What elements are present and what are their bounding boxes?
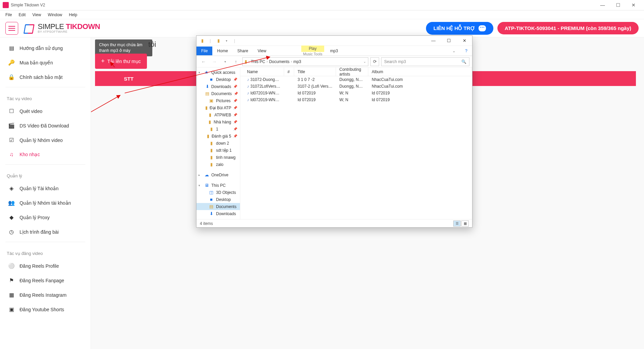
sidebar-item[interactable]: 🔑Mua bản quyền (0, 55, 91, 70)
sidebar-item[interactable]: ◆Quản lý Proxy (0, 210, 91, 225)
tree-item[interactable]: ▮sdt tệp 1 (196, 147, 240, 154)
view-details-button[interactable]: ☰ (453, 221, 461, 227)
breadcrumb-dropdown-icon[interactable]: ⌄ (363, 60, 366, 63)
nav-forward-button[interactable]: → (210, 57, 219, 66)
close-button[interactable]: ✕ (626, 0, 641, 10)
nav-recent-dropdown[interactable]: ▾ (221, 57, 229, 66)
sidebar-item[interactable]: ◈Quản lý Tài khoản (0, 181, 91, 196)
dialog-titlebar: ▮ | ▮ ▾ | — ☐ ✕ (196, 36, 472, 46)
tree-item[interactable]: ▸☁OneDrive (196, 171, 240, 178)
menu-view[interactable]: View (30, 12, 44, 18)
minimize-button[interactable]: — (595, 0, 610, 10)
tree-item[interactable]: ▮1📌 (196, 125, 240, 133)
tree-item[interactable]: ▮Đánh giá 5📌 (196, 133, 240, 140)
ribbon-tab-home[interactable]: Home (212, 47, 233, 55)
nav-up-button[interactable]: ↑ (232, 57, 240, 66)
tree-item[interactable]: ▤Documents (196, 203, 240, 210)
ribbon-tab-file[interactable]: File (196, 47, 212, 55)
support-button[interactable]: LIÊN HỆ HỖ TRỢ (426, 22, 493, 35)
tree-item[interactable]: ■Desktop📌 (196, 76, 240, 83)
sidebar-item[interactable]: 👥Quản lý Nhóm tài khoản (0, 196, 91, 210)
audio-file-icon: ♪ (247, 77, 249, 82)
breadcrumb-thispc[interactable]: This PC (251, 59, 265, 64)
menu-edit[interactable]: Edit (16, 12, 28, 18)
sidebar-item[interactable]: 🎬DS Video Đã Download (0, 118, 91, 133)
col-title[interactable]: Title (294, 67, 336, 76)
file-row[interactable]: ♪31072LofiVersion-D...3107-2 (Lofi Versi… (240, 83, 472, 90)
tree-item[interactable]: ▤Documents📌 (196, 90, 240, 97)
tree-item[interactable]: ⬇Downloads📌 (196, 83, 240, 90)
tree-folder-icon: ■ (209, 197, 214, 202)
sidebar-item[interactable]: ◷Lịch trình đăng bài (0, 225, 91, 239)
logo-text: SIMPLE TIKDOWN BY ATPSOFTWARE (38, 23, 100, 33)
hamburger-menu-button[interactable] (5, 22, 18, 35)
sidebar-item[interactable]: 🔒Chính sách bảo mật (0, 70, 91, 84)
sidebar-item[interactable]: ♫Kho nhạc (0, 147, 91, 162)
col-artist[interactable]: Contributing artists (336, 67, 368, 76)
sidebar-item[interactable]: ⚪Đăng Reels Profile (0, 259, 91, 273)
tree-item-label: sdt tệp 1 (216, 148, 232, 153)
nav-back-button[interactable]: ← (199, 57, 208, 66)
folder-tree[interactable]: ▾★Quick access■Desktop📌⬇Downloads📌▤Docum… (196, 67, 240, 219)
license-badge[interactable]: ATP-TIKTOK-5093041 - PREMIUM (còn 359/36… (497, 22, 639, 34)
tree-item[interactable]: ▮Nhà hàng📌 (196, 118, 240, 125)
quick-access-toolbar: ▮ | ▮ ▾ | (196, 37, 240, 45)
menu-help[interactable]: Help (66, 12, 80, 18)
view-icons-button[interactable]: ▦ (461, 221, 469, 227)
sidebar-item[interactable]: ☐Quét video (0, 104, 91, 118)
tree-item[interactable]: ▮tinh nnawg (196, 154, 240, 161)
col-album[interactable]: Album (368, 67, 472, 76)
upload-folder-button[interactable]: + Tải lên thư mục (95, 54, 147, 69)
tree-item[interactable]: ▮ATPWEB📌 (196, 111, 240, 118)
ribbon-tab-view[interactable]: View (253, 47, 271, 55)
tree-item[interactable]: ▣Pictures📌 (196, 97, 240, 104)
tree-item[interactable]: ⬇Downloads (196, 210, 240, 217)
sidebar-divider (5, 87, 85, 87)
refresh-button[interactable]: ⟳ (370, 57, 379, 66)
breadcrumb-documents[interactable]: Documents (269, 59, 289, 64)
file-row[interactable]: ♪31072-DuonggNau...3 1 0 7 -2Duongg, Nâu… (240, 76, 472, 83)
menu-file[interactable]: File (3, 12, 14, 18)
sidebar-item[interactable]: ☑Quản lý Nhóm video (0, 133, 91, 147)
ribbon-music-tools[interactable]: Play Music Tools (301, 46, 324, 56)
sidebar-item[interactable]: ⚑Đăng Reels Fanpage (0, 273, 91, 288)
tree-caret-icon: ▸ (198, 173, 202, 177)
qat-folder-icon[interactable]: ▮ (215, 37, 222, 45)
sidebar-item[interactable]: ▤Hướng dẫn sử dụng (0, 41, 91, 55)
dialog-minimize-button[interactable]: — (426, 36, 441, 46)
sidebar-item-label: Đăng Reels Fanpage (20, 278, 64, 283)
dialog-maximize-button[interactable]: ☐ (441, 36, 457, 46)
sidebar-item-label: Chính sách bảo mật (20, 75, 63, 80)
tree-folder-icon: ▮ (209, 141, 214, 146)
sidebar-divider (5, 242, 85, 242)
sidebar-item[interactable]: ▣Đăng Youtube Shorts (0, 302, 91, 317)
qat-dropdown-icon[interactable]: ▾ (223, 37, 230, 45)
file-row[interactable]: ♪Id072019-WN-1059...Id 072019W; NId 0720… (240, 90, 472, 96)
license-label: ATP-TIKTOK-5093041 - PREMIUM (còn 359/36… (505, 25, 631, 31)
breadcrumb-mp3[interactable]: mp3 (293, 59, 301, 64)
tree-item[interactable]: ▾★Quick access (196, 69, 240, 76)
tree-item[interactable]: ▮zalo (196, 161, 240, 168)
maximize-button[interactable]: ☐ (610, 0, 626, 10)
folder-icon[interactable]: ▮ (198, 37, 206, 45)
dialog-status-bar: 4 items ☰ ▦ (196, 219, 472, 227)
ribbon-tab-share[interactable]: Share (233, 47, 253, 55)
tree-item[interactable]: ▮down 2 (196, 140, 240, 147)
tree-item[interactable]: ▮Đại Bùi ATP📌 (196, 104, 240, 111)
tree-item[interactable]: ▾🖥This PC (196, 182, 240, 189)
tree-item-label: Documents (216, 204, 237, 209)
sidebar-item[interactable]: ▦Đăng Reels Instagram (0, 288, 91, 302)
search-input[interactable]: Search mp3 🔍 (381, 57, 469, 66)
ribbon-help-icon[interactable]: ? (460, 47, 472, 55)
tree-item[interactable]: ■Desktop (196, 196, 240, 203)
menu-window[interactable]: Window (45, 12, 65, 18)
ribbon-expand-icon[interactable]: ⌄ (448, 47, 460, 55)
tree-item[interactable]: ◫3D Objects (196, 189, 240, 196)
breadcrumb[interactable]: ▮› This PC› Documents› mp3 ⌄ (242, 57, 368, 66)
tree-item-label: Documents (211, 91, 232, 96)
file-row[interactable]: ♪Id072019-WN-1059...Id 072019W; NId 0720… (240, 96, 472, 103)
app-logo: SIMPLE TIKDOWN BY ATPSOFTWARE (23, 22, 100, 34)
col-number[interactable]: # (284, 67, 294, 76)
col-name[interactable]: Name (240, 67, 284, 76)
dialog-close-button[interactable]: ✕ (457, 36, 472, 46)
